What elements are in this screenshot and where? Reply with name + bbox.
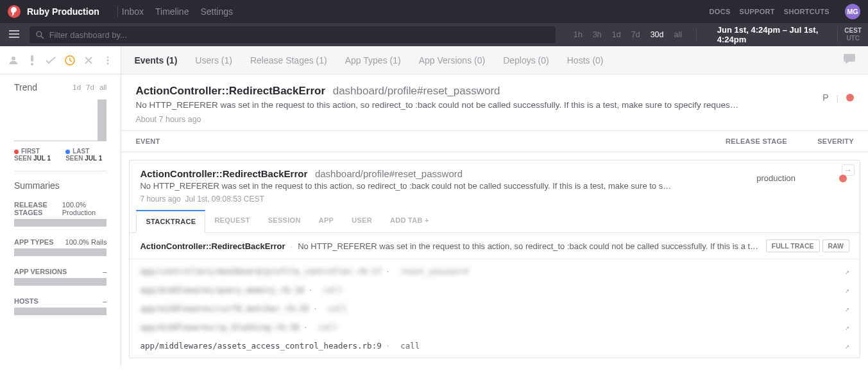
- tab-session[interactable]: SESSION: [259, 210, 310, 232]
- tab-deploys[interactable]: Deploys (0): [503, 55, 549, 65]
- external-link-icon[interactable]: ↗: [844, 322, 849, 332]
- avatar[interactable]: MG: [845, 4, 860, 19]
- search-input[interactable]: [49, 30, 549, 40]
- snooze-icon[interactable]: [62, 55, 78, 65]
- stack-frames: app/controllers/dashboard/profile_contro…: [130, 259, 860, 358]
- nav-inbox[interactable]: Inbox: [122, 6, 144, 17]
- svg-point-5: [106, 56, 108, 58]
- range-1d[interactable]: 1d: [609, 29, 624, 40]
- trend-section: Trend 1d 7d all FIRST SEEN JUL 1 LAST SE…: [0, 74, 121, 171]
- tab-user[interactable]: USER: [343, 210, 381, 232]
- event-table-header: EVENT RELEASE STAGE SEVERITY: [121, 131, 868, 152]
- stack-frame[interactable]: app/middlewares/curf8_matcher.rb:35·call…: [130, 299, 860, 318]
- event-stage: production: [756, 173, 796, 183]
- separator: [696, 29, 697, 40]
- last-seen: LAST SEEN JUL 1: [65, 148, 106, 162]
- separator: [117, 6, 118, 17]
- external-link-icon[interactable]: ↗: [844, 285, 849, 295]
- logo-icon[interactable]: [8, 5, 21, 18]
- link-support[interactable]: SUPPORT: [740, 8, 775, 15]
- event-context: dashboard/profile#reset_password: [315, 168, 463, 179]
- error-time: About 7 hours ago: [135, 115, 854, 124]
- event-time: 7 hours ago Jul 1st, 09:08:53 CEST: [140, 195, 849, 204]
- close-icon[interactable]: [81, 56, 96, 64]
- stack-frame[interactable]: app/middlewares/query_memory.rb:18·call …: [130, 281, 860, 299]
- sidebar-actions: [0, 46, 121, 74]
- search-icon: [36, 31, 44, 39]
- nav-timeline[interactable]: Timeline: [155, 6, 189, 17]
- tab-hosts[interactable]: Hosts (0): [567, 55, 604, 65]
- tab-app-versions[interactable]: App Versions (0): [419, 55, 486, 65]
- tab-add[interactable]: ADD TAB +: [381, 210, 438, 232]
- external-link-icon[interactable]: ↗: [844, 304, 849, 313]
- summary-app-types[interactable]: APP TYPES100.0% Rails: [0, 232, 121, 261]
- summary-hosts[interactable]: HOSTS–: [0, 291, 121, 320]
- error-context: dashboard/profile#reset_password: [333, 85, 500, 97]
- event-card: → ActionController::RedirectBackError da…: [129, 160, 860, 358]
- trend-bar: [98, 100, 106, 141]
- warning-icon[interactable]: [24, 55, 40, 65]
- tab-app-types[interactable]: App Types (1): [345, 55, 401, 65]
- external-link-icon[interactable]: ↗: [844, 266, 849, 276]
- svg-rect-2: [31, 55, 33, 62]
- timezone-toggle[interactable]: CEST UTC: [837, 27, 862, 42]
- svg-line-1: [41, 35, 44, 38]
- stack-frame[interactable]: app/middlewares/assets_access_control_he…: [130, 336, 860, 355]
- trend-7d[interactable]: 7d: [86, 83, 94, 91]
- st-class: ActionController::RedirectBackError: [140, 241, 285, 251]
- tab-request[interactable]: REQUEST: [205, 210, 259, 232]
- summary-app-versions[interactable]: APP VERSIONS–: [0, 261, 121, 291]
- menu-icon[interactable]: [6, 29, 22, 41]
- trend-1d[interactable]: 1d: [72, 83, 81, 91]
- summaries-title: Summaries: [0, 171, 121, 195]
- first-seen: FIRST SEEN JUL 1: [14, 148, 56, 162]
- error-message: No HTTP_REFERER was set in the request t…: [135, 100, 738, 110]
- user-icon[interactable]: [6, 56, 21, 65]
- link-shortcuts[interactable]: SHORTCUTS: [784, 8, 830, 15]
- external-link-icon[interactable]: ↗: [844, 341, 849, 351]
- trend-all[interactable]: all: [99, 83, 107, 91]
- range-3h[interactable]: 3h: [590, 29, 604, 40]
- event-message: No HTTP_REFERER was set in the request t…: [140, 181, 672, 191]
- top-nav: Ruby Production Inbox Timeline Settings …: [0, 0, 868, 23]
- severity-dot: [846, 94, 854, 101]
- stack-frame[interactable]: app/controllers/dashboard/profile_contro…: [130, 262, 860, 281]
- event-severity-dot: [839, 175, 847, 182]
- range-30d[interactable]: 30d: [648, 29, 667, 40]
- more-icon[interactable]: [100, 56, 115, 65]
- tab-events[interactable]: Events (1): [134, 55, 177, 65]
- svg-point-3: [31, 63, 33, 65]
- nav-settings[interactable]: Settings: [200, 6, 233, 17]
- stacktrace-summary: ActionController::RedirectBackError · No…: [130, 233, 860, 259]
- summary-release-stages[interactable]: RELEASE STAGES100.0% Production: [0, 195, 121, 232]
- tabs: Events (1) Users (1) Release Stages (1) …: [121, 46, 868, 74]
- project-name[interactable]: Ruby Production: [27, 6, 99, 17]
- pill-stage: P: [822, 92, 828, 103]
- chat-icon[interactable]: [844, 54, 855, 66]
- link-docs[interactable]: DOCS: [710, 8, 731, 15]
- search-box[interactable]: [30, 26, 556, 43]
- tab-stacktrace[interactable]: STACKTRACE: [136, 210, 205, 233]
- range-1h[interactable]: 1h: [571, 29, 585, 40]
- range-all[interactable]: all: [671, 29, 685, 40]
- raw-button[interactable]: RAW: [822, 239, 850, 252]
- event-detail-tabs: STACKTRACE REQUEST SESSION APP USER ADD …: [130, 210, 860, 233]
- tab-users[interactable]: Users (1): [195, 55, 232, 65]
- content: Events (1) Users (1) Release Stages (1) …: [121, 46, 868, 366]
- trend-title: Trend: [14, 82, 37, 92]
- error-header: ActionController::RedirectBackError dash…: [121, 74, 868, 131]
- filter-bar: 1h 3h 1d 7d 30d all Jun 1st, 4:24pm – Ju…: [0, 23, 868, 46]
- svg-point-6: [106, 59, 108, 61]
- svg-point-7: [106, 62, 108, 64]
- full-trace-button[interactable]: FULL TRACE: [766, 239, 820, 252]
- tab-app[interactable]: APP: [310, 210, 343, 232]
- date-range[interactable]: Jun 1st, 4:24pm – Jul 1st, 4:24pm: [708, 25, 830, 44]
- svg-point-0: [37, 31, 42, 37]
- tab-release-stages[interactable]: Release Stages (1): [250, 55, 327, 65]
- st-message: No HTTP_REFERER was set in the request t…: [298, 241, 761, 251]
- stack-frame[interactable]: app/middlewares/ip_blanking.rb:36·call ↗: [130, 318, 860, 336]
- event-class: ActionController::RedirectBackError: [140, 168, 307, 179]
- trend-chart: [14, 96, 106, 141]
- range-7d[interactable]: 7d: [629, 29, 643, 40]
- check-icon[interactable]: [43, 56, 58, 64]
